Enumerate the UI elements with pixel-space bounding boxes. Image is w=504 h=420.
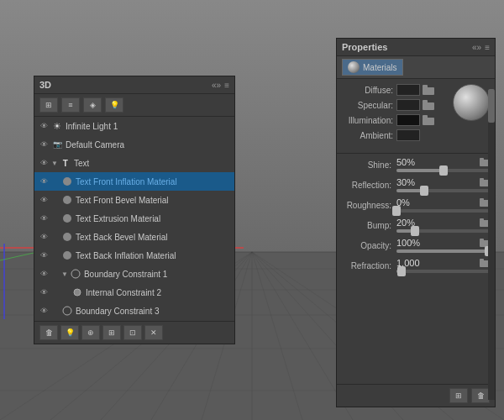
svg-point-22 (71, 270, 80, 278)
bump-track[interactable] (396, 229, 490, 233)
svg-rect-25 (423, 87, 434, 95)
shine-value: 50% (396, 157, 415, 167)
material-icon-5 (61, 249, 73, 261)
layer-item-text-front-bevel[interactable]: 👁 Text Front Bevel Material (34, 191, 234, 209)
eye-icon-front-inflation[interactable]: 👁 (38, 176, 50, 187)
properties-header: Properties «» ≡ (337, 39, 495, 56)
layer-label-camera: Default Camera (66, 140, 124, 150)
reflection-slider-container: 30% (396, 177, 490, 192)
layer-item-boundary-1[interactable]: 👁 ▼ Boundary Constraint 1 (34, 265, 234, 283)
prop-scrollbar[interactable] (488, 89, 495, 400)
specular-label: Specular: (342, 101, 396, 110)
materials-section: Diffuse: Specular: Illumination: (337, 79, 495, 150)
constraint2-add-button[interactable]: ⊡ (123, 325, 142, 340)
svg-rect-28 (423, 100, 428, 103)
eye-icon-front-bevel[interactable]: 👁 (38, 194, 50, 206)
roughness-thumb[interactable] (392, 206, 401, 216)
layer-item-text-back-bevel[interactable]: 👁 Text Back Bevel Material (34, 228, 234, 246)
svg-rect-40 (480, 239, 484, 241)
roughness-track[interactable] (396, 209, 490, 213)
properties-scroll[interactable]: Diffuse: Specular: Illumination: (337, 79, 495, 381)
layer-item-text-front-inflation[interactable]: 👁 Text Front Inflation Material (34, 172, 234, 191)
eye-icon-camera[interactable]: 👁 (38, 139, 50, 150)
shine-track[interactable] (396, 169, 490, 172)
panel-3d-title: 3D (39, 80, 51, 90)
roughness-slider-container: 0% (396, 197, 490, 213)
prop-save-button[interactable]: ⊞ (449, 388, 468, 403)
reflection-track[interactable] (396, 189, 490, 192)
layer-item-text-back-inflation[interactable]: 👁 Text Back Inflation Material (34, 246, 234, 265)
panel-3d-toolbar: ⊞ ≡ ◈ 💡 (34, 94, 234, 117)
bump-thumb[interactable] (411, 226, 419, 236)
eye-icon-internal-2[interactable]: 👁 (38, 286, 50, 298)
refraction-thumb[interactable] (397, 266, 406, 276)
prop-scrollbar-thumb[interactable] (488, 89, 495, 123)
properties-title: Properties (342, 42, 387, 52)
materials-tab-label: Materials (363, 63, 397, 72)
reflection-label: Reflection: (342, 181, 396, 190)
light-button[interactable]: ◈ (83, 97, 102, 113)
grid-view-button[interactable]: ⊞ (39, 97, 58, 113)
opacity-track[interactable] (396, 249, 490, 253)
trash-button[interactable]: 🗑 (39, 325, 58, 340)
tab-materials[interactable]: Materials (342, 59, 403, 76)
reflection-value: 30% (396, 177, 415, 187)
specular-swatch[interactable] (396, 99, 420, 111)
layer-label-extrusion: Text Extrusion Material (76, 214, 160, 223)
illumination-swatch[interactable] (396, 114, 420, 126)
refraction-track[interactable] (396, 270, 490, 273)
prop-collapse-icon[interactable]: «» (472, 43, 481, 52)
reflection-thumb[interactable] (420, 186, 428, 196)
prop-menu-icon[interactable]: ≡ (485, 43, 490, 52)
refraction-slider-container: 1.000 (396, 258, 490, 273)
illumination-row: Illumination: (342, 114, 449, 126)
eye-icon-text[interactable]: 👁 (38, 157, 50, 169)
layer-item-internal-2[interactable]: 👁 Internal Constraint 2 (34, 283, 234, 302)
reflection-row: Reflection: 30% (337, 177, 495, 192)
layer-label-back-bevel: Text Back Bevel Material (76, 233, 168, 242)
eye-icon-boundary-3[interactable]: 👁 (38, 305, 50, 317)
collapse-icon[interactable]: «» (212, 81, 221, 90)
illumination-folder-icon[interactable] (423, 115, 434, 125)
panel-3d: 3D «» ≡ ⊞ ≡ ◈ 💡 👁 ☀ Infinite Light 1 👁 📷… (34, 76, 235, 344)
light-add-button[interactable]: 💡 (60, 325, 79, 340)
material-preview-area: Diffuse: Specular: Illumination: (342, 84, 490, 144)
layer-label-internal-2: Internal Constraint 2 (86, 288, 161, 297)
menu-icon[interactable]: ≡ (224, 81, 229, 90)
constraint-inner-icon (71, 286, 83, 298)
scene-button[interactable]: ⊕ (81, 325, 100, 340)
bulb-button[interactable]: 💡 (105, 97, 123, 113)
svg-rect-32 (480, 158, 484, 160)
eye-icon[interactable]: 👁 (38, 120, 50, 132)
layer-item-default-camera[interactable]: 👁 📷 Default Camera (34, 135, 234, 154)
ambient-swatch[interactable] (396, 129, 420, 141)
diffuse-folder-icon[interactable] (423, 85, 434, 95)
materials-tab-icon (348, 61, 360, 73)
diffuse-swatch[interactable] (396, 84, 420, 96)
svg-point-24 (63, 307, 71, 315)
layer-item-text-extrusion[interactable]: 👁 Text Extrusion Material (34, 209, 234, 228)
layer-item-text[interactable]: 👁 ▼ T Text (34, 154, 234, 172)
list-view-button[interactable]: ≡ (61, 97, 80, 113)
refraction-label: Refraction: (342, 261, 396, 270)
opacity-value-row: 100% (396, 238, 490, 248)
prop-delete-button[interactable]: 🗑 (471, 388, 490, 403)
eye-icon-back-bevel[interactable]: 👁 (38, 231, 50, 243)
eye-icon-boundary-1[interactable]: 👁 (38, 268, 50, 280)
specular-folder-icon[interactable] (423, 100, 434, 110)
eye-icon-back-inflation[interactable]: 👁 (38, 249, 50, 261)
layer-label-text: Text (74, 159, 89, 168)
properties-header-icons: «» ≡ (472, 43, 490, 52)
material-icon-3 (61, 213, 73, 224)
shine-fill (396, 169, 444, 172)
layer-item-infinite-light[interactable]: 👁 ☀ Infinite Light 1 (34, 117, 234, 135)
properties-tabs: Materials (337, 56, 495, 79)
layer-label-back-inflation: Text Back Inflation Material (76, 251, 176, 260)
shine-thumb[interactable] (439, 165, 448, 176)
constraint-add-button[interactable]: ⊞ (102, 325, 121, 340)
divider-1 (337, 153, 495, 154)
eye-icon-extrusion[interactable]: 👁 (38, 213, 50, 224)
layer-item-boundary-3[interactable]: 👁 Boundary Constraint 3 (34, 302, 234, 318)
delete-button[interactable]: ✕ (144, 325, 163, 340)
layer-label-boundary-3: Boundary Constraint 3 (76, 307, 160, 316)
